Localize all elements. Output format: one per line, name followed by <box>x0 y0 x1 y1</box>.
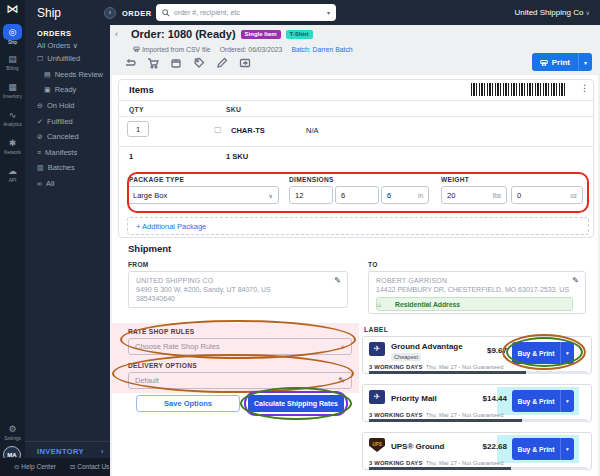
qty-column-header: QTY <box>129 106 144 113</box>
additional-package-box: + Additional Package <box>127 217 589 235</box>
chevron-right-icon: › <box>101 447 104 456</box>
package-icon[interactable] <box>170 57 182 69</box>
sku-column-header: SKU <box>226 106 241 113</box>
rate-eta: 3 WORKING DAYS Thu, Mar 27 - Not Guarant… <box>369 460 503 466</box>
sidebar-item-all[interactable]: ∞All <box>37 179 54 188</box>
rate-eta: 3 WORKING DAYS Thu, Mar 27 - Not Guarant… <box>369 412 503 418</box>
rail-item-billing[interactable]: ▤ Billing <box>0 53 25 71</box>
order-detail-panel: Items ⋮ QTY SKU 1 ▢ CHAR-TS N/A 1 1 SKU … <box>112 75 598 476</box>
dimension-width-input[interactable]: 6 <box>335 186 379 204</box>
rail-item-settings[interactable]: ⚙ Settings <box>0 423 25 441</box>
single-item-badge: Single Item <box>241 30 281 39</box>
package-type-select[interactable]: Large Box ∨ <box>127 186 279 204</box>
weight-lbs-input[interactable]: 20lbs <box>441 186 507 204</box>
sidebar-item-manifests[interactable]: ≡Manifests <box>37 148 77 157</box>
shipment-title: Shipment <box>128 243 171 254</box>
order-actions-toolbar <box>124 57 251 69</box>
edit-from-icon[interactable]: ✎ <box>334 276 341 285</box>
brand-logo-icon: ⋈ <box>0 2 25 16</box>
total-sku: 1 SKU <box>226 152 248 161</box>
save-options-button[interactable]: Save Options <box>136 395 240 412</box>
edit-to-icon[interactable]: ✎ <box>572 276 579 285</box>
sidebar-item-unfulfilled[interactable]: ☐Unfulfilled <box>37 54 80 63</box>
from-phone: 3854340640 <box>136 295 340 302</box>
app-title: Ship <box>37 6 61 20</box>
delivery-options-input[interactable]: Default ✎ <box>128 372 352 389</box>
batch-link[interactable]: Batch: Darren Batch <box>291 46 352 53</box>
printer-icon <box>133 45 140 52</box>
order-search-input[interactable]: order #, recipient, etc ▾ <box>156 4 336 21</box>
buy-dropdown-caret[interactable]: ▾ <box>561 398 574 404</box>
rate-eta: 3 WORKING DAYS Thu, Mar 27 - Not Guarant… <box>369 364 503 370</box>
kebab-menu-icon[interactable]: ⋮ <box>580 83 589 93</box>
label-section-title: LABEL <box>364 326 388 333</box>
buy-print-button[interactable]: Buy & Print ▾ <box>512 342 574 364</box>
item-sku: CHAR-TS <box>231 126 265 135</box>
rate-shop-rules-label: RATE SHOP RULES <box>128 328 195 335</box>
account-switcher[interactable]: United Shipping Co ∨ <box>514 8 590 17</box>
sidebar-item-inventory-section[interactable]: INVENTORY › <box>25 441 110 456</box>
analytics-icon: ∿ <box>0 109 25 122</box>
weight-oz-input[interactable]: 0oz <box>511 186 583 204</box>
dimension-height-input[interactable]: 6in <box>381 186 429 204</box>
rate-name: Priority Mail <box>391 394 437 403</box>
dimension-length-input[interactable]: 12 <box>289 186 333 204</box>
from-address-card: UNITED SHIPPING CO 9490 S 300 W, #200, S… <box>128 271 348 308</box>
rate-name: UPS® Ground <box>391 442 444 451</box>
calculate-shipping-rates-button[interactable]: Calculate Shipping Rates <box>248 395 344 412</box>
scan-batch-icon[interactable] <box>239 57 251 69</box>
search-caret-icon[interactable]: ▾ <box>327 9 330 16</box>
sidebar-item-needs-review[interactable]: ▤Needs Review <box>44 70 103 79</box>
billing-icon: ▤ <box>0 53 25 66</box>
back-chevron[interactable]: ‹ <box>115 29 118 39</box>
buy-print-button[interactable]: Buy & Print ▾ <box>512 390 574 412</box>
all-orders-dropdown[interactable]: All Orders ∨ <box>37 41 78 50</box>
network-icon: ✱ <box>0 137 25 150</box>
tshirt-tag-badge: T-Shirt <box>286 30 313 39</box>
edit-icon[interactable] <box>216 57 228 69</box>
edit-delivery-icon[interactable]: ✎ <box>338 376 345 385</box>
to-label: TO <box>368 261 378 268</box>
items-card: Items ⋮ QTY SKU 1 ▢ CHAR-TS N/A 1 1 SKU … <box>118 79 594 238</box>
from-name: UNITED SHIPPING CO <box>136 277 340 284</box>
to-address-card: ROBERT GARRISON 14422 PEMBURY DR, CHESTE… <box>368 271 586 314</box>
sidebar-item-fulfilled[interactable]: ✓Fulfilled <box>37 117 73 126</box>
rail-item-network[interactable]: ✱ Network <box>0 137 25 155</box>
cart-icon[interactable] <box>147 57 159 69</box>
rate-price: $9.67 <box>487 346 507 355</box>
contact-us-link[interactable]: ⊡ Contact Us <box>70 463 109 471</box>
needs-review-icon: ▤ <box>44 71 51 78</box>
sidebar-collapse-button[interactable]: ‹ <box>104 7 116 19</box>
home-icon: ⌂ <box>377 301 381 308</box>
buy-dropdown-caret[interactable]: ▾ <box>561 350 574 356</box>
print-button[interactable]: Print ▾ <box>532 53 592 71</box>
sidebar-item-batches[interactable]: ▥Batches <box>37 163 75 172</box>
additional-package-link[interactable]: + Additional Package <box>136 222 206 231</box>
rail-item-inventory[interactable]: ▦ Inventory <box>0 81 25 99</box>
orders-section-label: ORDERS <box>37 29 72 38</box>
qty-input[interactable]: 1 <box>127 121 149 137</box>
return-icon[interactable] <box>124 57 136 69</box>
canceled-icon: ⊘ <box>37 133 43 140</box>
rail-item-ship[interactable]: ◎ Ship <box>0 24 25 45</box>
ups-logo: UPS <box>369 438 385 452</box>
to-address: 14422 PEMBURY DR, CHESTERFIELD, MO 63017… <box>376 286 578 293</box>
rail-item-api[interactable]: ☁ API <box>0 165 25 183</box>
sidebar-item-ready[interactable]: ▣Ready <box>44 85 76 94</box>
order-barcode <box>471 83 567 96</box>
unfulfilled-icon: ☐ <box>37 55 43 62</box>
sidebar-item-on-hold[interactable]: ⊖On Hold <box>37 101 74 110</box>
tag-icon[interactable] <box>193 57 205 69</box>
print-dropdown-caret[interactable]: ▾ <box>579 59 592 66</box>
rate-shop-rules-select[interactable]: Choose Rate Shop Rules ∨ <box>128 338 352 355</box>
chevron-down-icon: ∨ <box>269 192 273 199</box>
rate-name: Ground Advantage <box>391 342 463 351</box>
sidebar-item-canceled[interactable]: ⊘Canceled <box>37 132 79 141</box>
fulfilled-icon: ✓ <box>37 118 43 125</box>
help-center-link[interactable]: ⊙ Help Center <box>14 463 56 471</box>
usps-logo: ✈ <box>369 342 385 356</box>
rail-item-analytics[interactable]: ∿ Analytics <box>0 109 25 127</box>
buy-print-button[interactable]: Buy & Print ▾ <box>512 438 574 460</box>
inventory-icon: ▦ <box>0 81 25 94</box>
buy-dropdown-caret[interactable]: ▾ <box>561 446 574 452</box>
